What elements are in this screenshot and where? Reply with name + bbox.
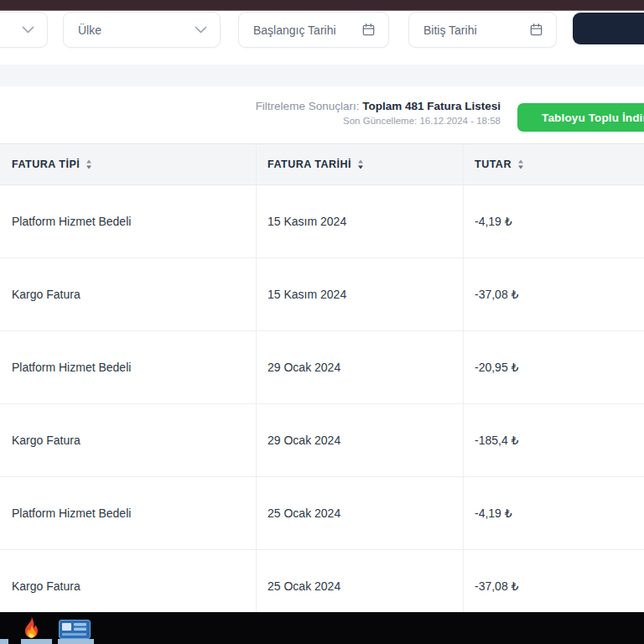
cell-invoice-type: Platform Hizmet Bedeli	[0, 331, 257, 403]
table-row[interactable]: Platform Hizmet Bedeli29 Ocak 2024-20,95…	[0, 331, 644, 404]
filter-bar: Ülke Başlangıç Tarihi Bitiş Tarihi	[0, 11, 644, 65]
table-body: Platform Hizmet Bedeli15 Kasım 2024-4,19…	[0, 185, 644, 623]
invoice-list-page: Ülke Başlangıç Tarihi Bitiş Tarihi	[0, 0, 644, 644]
cell-amount: -37,08 ₺	[464, 258, 644, 330]
results-total: Toplam 481 Fatura Listesi	[362, 100, 501, 112]
results-label: Filtreleme Sonuçları:	[256, 100, 360, 112]
bulk-download-button[interactable]: Tabloyu Toplu İndir	[517, 103, 644, 132]
filter-select-partial[interactable]	[0, 12, 48, 48]
column-label: TUTAR	[475, 158, 512, 170]
cell-amount: -4,19 ₺	[464, 185, 644, 257]
table-row[interactable]: Platform Hizmet Bedeli25 Ocak 2024-4,19 …	[0, 477, 644, 550]
calendar-icon	[361, 23, 376, 37]
end-date-placeholder: Bitiş Tarihi	[409, 23, 477, 37]
cell-invoice-date: 15 Kasım 2024	[257, 258, 464, 330]
column-header-invoice-date[interactable]: FATURA TARİHİ	[257, 144, 464, 184]
cell-amount: -20,95 ₺	[464, 331, 644, 403]
taskbar-item-strip[interactable]	[58, 639, 94, 644]
column-label: FATURA TİPİ	[12, 158, 80, 170]
end-date-field[interactable]: Bitiş Tarihi	[408, 12, 557, 48]
chevron-down-icon	[195, 26, 207, 34]
cell-invoice-type: Kargo Fatura	[0, 404, 257, 476]
table-row[interactable]: Kargo Fatura29 Ocak 2024-185,4 ₺	[0, 404, 644, 477]
cell-amount: -185,4 ₺	[464, 404, 644, 476]
cell-invoice-type: Platform Hizmet Bedeli	[0, 477, 257, 549]
calendar-icon	[529, 23, 543, 37]
results-summary-line: Filtreleme Sonuçları: Toplam 481 Fatura …	[256, 100, 501, 112]
sort-icon	[517, 159, 524, 169]
sort-icon	[357, 159, 364, 169]
cell-invoice-date: 29 Ocak 2024	[257, 331, 464, 403]
chevron-down-icon	[22, 26, 34, 34]
table-row[interactable]: Kargo Fatura15 Kasım 2024-37,08 ₺	[0, 258, 644, 331]
last-update-text: Son Güncelleme: 16.12.2024 - 18:58	[256, 116, 501, 126]
results-summary-block: Filtreleme Sonuçları: Toplam 481 Fatura …	[256, 100, 501, 126]
cell-invoice-date: 15 Kasım 2024	[257, 185, 464, 257]
cell-invoice-type: Platform Hizmet Bedeli	[0, 185, 257, 257]
results-strip: Filtreleme Sonuçları: Toplam 481 Fatura …	[0, 86, 644, 144]
top-window-bar	[0, 0, 644, 11]
column-header-amount[interactable]: TUTAR	[464, 144, 644, 184]
filter-select-country[interactable]: Ülke	[63, 12, 221, 48]
taskbar-item-strip[interactable]	[0, 639, 8, 644]
table-header-row: FATURA TİPİ FATURA TARİHİ TUTAR	[0, 144, 644, 185]
column-label: FATURA TARİHİ	[267, 158, 351, 170]
country-select-label: Ülke	[64, 23, 101, 37]
filter-submit-button[interactable]	[573, 13, 644, 44]
background-band	[0, 65, 644, 86]
cell-invoice-date: 29 Ocak 2024	[257, 404, 464, 476]
cell-invoice-date: 25 Ocak 2024	[257, 477, 464, 549]
taskbar-item-strip[interactable]	[21, 639, 52, 644]
column-header-invoice-type[interactable]: FATURA TİPİ	[0, 144, 257, 184]
start-date-field[interactable]: Başlangıç Tarihi	[238, 12, 389, 48]
taskbar	[0, 612, 644, 644]
cell-invoice-type: Kargo Fatura	[0, 258, 257, 330]
sort-icon	[86, 159, 92, 169]
invoice-table: FATURA TİPİ FATURA TARİHİ TUTAR Platform…	[0, 143, 644, 623]
start-date-placeholder: Başlangıç Tarihi	[239, 23, 336, 37]
table-row[interactable]: Platform Hizmet Bedeli15 Kasım 2024-4,19…	[0, 185, 644, 258]
cell-amount: -4,19 ₺	[464, 477, 644, 549]
